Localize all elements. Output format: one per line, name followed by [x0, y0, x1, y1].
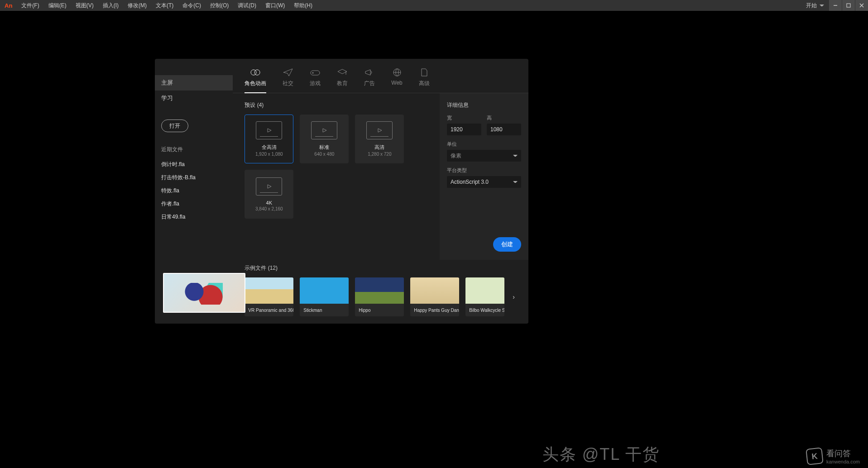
open-button[interactable]: 打开: [161, 119, 188, 132]
watermark-headline: 头条 @TL 干货: [542, 444, 660, 466]
sample-card[interactable]: Stickman: [300, 277, 349, 316]
preset-name: 全高清: [262, 144, 277, 151]
preset-dimensions: 1,280 x 720: [368, 152, 391, 157]
sample-label: Bilbo Walkcycle Side: [465, 304, 504, 316]
tab-label: 教育: [337, 80, 348, 87]
menu-modify[interactable]: 修改(M): [123, 2, 151, 10]
svg-marker-13: [268, 129, 271, 132]
menu-commands[interactable]: 命令(C): [178, 2, 206, 10]
close-button[interactable]: [855, 0, 868, 11]
sample-thumb: [355, 277, 404, 304]
sample-thumb: [410, 277, 459, 304]
recent-file[interactable]: 特效.fla: [155, 184, 233, 197]
recent-files-heading: 近期文件: [155, 132, 233, 158]
sample-thumb: [300, 277, 349, 304]
presets-section: 预设 (4) 全高清 1,920 x 1,080 标准 640 x 480: [233, 93, 440, 260]
preset-thumb-icon: [256, 121, 282, 139]
preset-hd[interactable]: 高清 1,280 x 720: [355, 115, 404, 163]
tab-advanced[interactable]: 高级: [419, 68, 430, 93]
preset-dimensions: 640 x 480: [314, 152, 334, 157]
recent-file[interactable]: 作者.fla: [155, 197, 233, 210]
details-heading: 详细信息: [447, 101, 521, 109]
sample-label: Hippo: [355, 304, 404, 316]
unit-select[interactable]: 像素: [447, 150, 521, 162]
tab-education[interactable]: 教育: [337, 68, 348, 93]
sample-card[interactable]: VR Panoramic and 360 ...: [245, 277, 293, 316]
preset-4k[interactable]: 4K 3,840 x 2,160: [245, 170, 293, 219]
sample-card[interactable]: Happy Pants Guy Dance: [410, 277, 459, 316]
globe-icon: [392, 68, 403, 77]
height-label: 高: [487, 115, 521, 121]
platform-value: ActionScript 3.0: [451, 179, 489, 185]
preset-dimensions: 1,920 x 1,080: [255, 152, 283, 157]
samples-section: 示例文件 (12) VR Panoramic and 360 ... Stick…: [233, 260, 528, 324]
maximize-button[interactable]: [842, 0, 855, 11]
watermark-url: kanwenda.com: [826, 459, 860, 464]
sample-label: Stickman: [300, 304, 349, 316]
menu-view[interactable]: 视图(V): [71, 2, 98, 10]
app-logo: An: [0, 2, 17, 9]
create-button[interactable]: 创建: [493, 237, 521, 252]
featured-sample-thumb[interactable]: [163, 273, 245, 313]
document-icon: [419, 68, 430, 77]
tab-game[interactable]: 游戏: [310, 68, 321, 93]
width-input[interactable]: [447, 124, 481, 135]
svg-rect-1: [847, 4, 850, 7]
sample-thumb: [465, 277, 504, 304]
preset-full-hd[interactable]: 全高清 1,920 x 1,080: [245, 115, 293, 163]
workspace-dropdown[interactable]: 开始: [801, 0, 829, 11]
presets-heading: 预设 (4): [245, 101, 432, 109]
menu-bar: An 文件(F) 编辑(E) 视图(V) 插入(I) 修改(M) 文本(T) 命…: [0, 0, 868, 11]
preset-name: 标准: [319, 144, 329, 151]
tab-web[interactable]: Web: [391, 68, 402, 93]
menu-help[interactable]: 帮助(H): [289, 2, 317, 10]
height-input[interactable]: [487, 124, 521, 135]
svg-point-5: [254, 70, 260, 75]
menu-window[interactable]: 窗口(W): [261, 2, 289, 10]
tab-label: 游戏: [310, 80, 321, 87]
samples-heading: 示例文件 (12): [245, 264, 517, 272]
minimize-button[interactable]: [829, 0, 842, 11]
watermark-brand-text: 看问答: [826, 448, 860, 459]
platform-label: 平台类型: [447, 167, 521, 174]
recent-file[interactable]: 日常49.fla: [155, 210, 233, 224]
preset-thumb-icon: [311, 121, 337, 139]
width-label: 宽: [447, 115, 481, 121]
samples-next-button[interactable]: ›: [511, 293, 517, 301]
tab-label: 社交: [283, 80, 293, 87]
menu-insert[interactable]: 插入(I): [98, 2, 123, 10]
platform-select[interactable]: ActionScript 3.0: [447, 176, 521, 188]
recent-file[interactable]: 倒计时.fla: [155, 158, 233, 171]
tab-character-animation[interactable]: 角色动画: [245, 68, 266, 93]
svg-marker-14: [323, 129, 326, 132]
preset-standard[interactable]: 标准 640 x 480: [300, 115, 349, 163]
tab-label: 高级: [419, 80, 430, 87]
sample-label: Happy Pants Guy Dance: [410, 304, 459, 316]
recent-file[interactable]: 打击特效-B.fla: [155, 171, 233, 184]
sidebar-item-home[interactable]: 主屏: [155, 75, 233, 91]
sample-card[interactable]: Bilbo Walkcycle Side: [465, 277, 504, 316]
tab-ads[interactable]: 广告: [364, 68, 375, 93]
menu-edit[interactable]: 编辑(E): [44, 2, 71, 10]
preset-name: 4K: [266, 200, 272, 205]
unit-label: 单位: [447, 141, 521, 148]
grad-cap-icon: [337, 68, 348, 77]
preset-name: 高清: [374, 144, 384, 151]
svg-marker-16: [268, 185, 271, 188]
details-panel: 详细信息 宽 高 单位 像素 平台类型: [440, 93, 528, 260]
preset-thumb-icon: [366, 121, 393, 139]
menu-control[interactable]: 控制(O): [206, 2, 233, 10]
watermark-logo-icon: K: [806, 447, 824, 465]
menu-text[interactable]: 文本(T): [151, 2, 178, 10]
watermark-brand: K 看问答 kanwenda.com: [806, 448, 860, 464]
character-icon: [250, 68, 261, 77]
sample-card[interactable]: Hippo: [355, 277, 404, 316]
chevron-down-icon: [820, 5, 824, 6]
svg-marker-15: [378, 129, 382, 132]
sample-thumb: [245, 277, 293, 304]
tab-social[interactable]: 社交: [283, 68, 293, 93]
tab-label: 广告: [364, 80, 375, 87]
sidebar-item-learn[interactable]: 学习: [155, 91, 233, 106]
menu-debug[interactable]: 调试(D): [233, 2, 261, 10]
menu-file[interactable]: 文件(F): [17, 2, 43, 10]
